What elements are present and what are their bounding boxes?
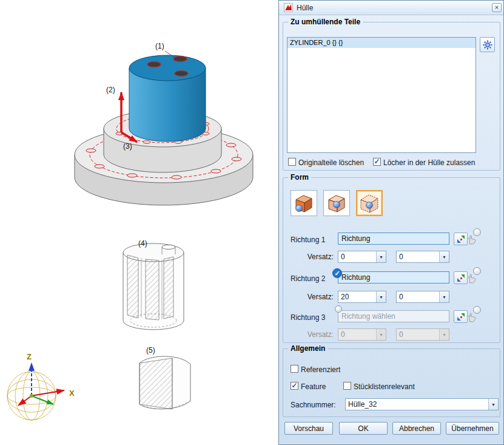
direction-select-icon bbox=[456, 234, 466, 244]
chevron-down-icon[interactable]: ▼ bbox=[488, 399, 498, 410]
model-hull-hatched[interactable] bbox=[123, 243, 184, 330]
group-general-title: Allgemein bbox=[288, 344, 328, 353]
direction-select-icon bbox=[456, 273, 466, 283]
annotation-2: (2) bbox=[106, 86, 115, 94]
form-option-directional-button[interactable] bbox=[356, 190, 383, 216]
cube-solid-icon bbox=[292, 192, 316, 215]
partnumber-label: Sachnummer: bbox=[291, 401, 336, 409]
y-axis-arrow bbox=[32, 396, 53, 404]
cube-dashed-icon bbox=[357, 192, 381, 215]
chevron-down-icon[interactable]: ▼ bbox=[439, 251, 449, 262]
viewport-3d[interactable]: (1) (2) (3) (4) (5) Z X bbox=[0, 0, 278, 445]
checkbox-delete-originals-label: Originalteile löschen bbox=[298, 158, 364, 167]
direction3-pick-button[interactable] bbox=[454, 310, 468, 323]
dialog-titlebar[interactable]: Hülle × bbox=[279, 1, 503, 15]
checkbox-allow-holes-label: Löcher in der Hülle zulassen bbox=[383, 158, 475, 167]
checkbox-bom-relevant[interactable] bbox=[343, 382, 351, 390]
dialog-title: Hülle bbox=[297, 4, 313, 12]
group-form-title: Form bbox=[288, 173, 311, 182]
apply-button[interactable]: Übernehmen bbox=[446, 422, 499, 435]
chevron-down-icon: ▼ bbox=[376, 329, 386, 340]
annotation-3: (3) bbox=[123, 142, 132, 151]
chevron-down-icon: ▼ bbox=[439, 329, 449, 340]
direction2-input[interactable] bbox=[338, 271, 449, 284]
direction2-label: Richtung 2 bbox=[291, 274, 325, 283]
annotation-5: (5) bbox=[146, 346, 155, 355]
annotation-4: (4) bbox=[138, 239, 147, 248]
direction-select-icon bbox=[456, 312, 466, 322]
model-hull-half[interactable] bbox=[139, 356, 190, 409]
checkbox-feature[interactable]: ✓ bbox=[291, 382, 298, 390]
versatz1-offset2-combo[interactable]: 0 ▼ bbox=[396, 251, 449, 263]
ok-button[interactable]: OK bbox=[339, 422, 388, 435]
direction1-label: Richtung 1 bbox=[291, 236, 325, 244]
parts-list[interactable]: ZYLINDER_0 {} {} bbox=[287, 37, 476, 153]
direction2-pick-button[interactable] bbox=[454, 271, 468, 284]
partnumber-combo[interactable]: Hülle_32 ▼ bbox=[345, 398, 499, 410]
hand-icon[interactable] bbox=[468, 235, 477, 245]
checkbox-referenced[interactable] bbox=[291, 365, 298, 373]
app-icon bbox=[284, 3, 293, 12]
chevron-down-icon[interactable]: ▼ bbox=[376, 251, 386, 262]
direction3-label: Richtung 3 bbox=[291, 313, 325, 322]
versatz1-offset1-combo[interactable]: 0 ▼ bbox=[338, 251, 386, 263]
preview-button[interactable]: Vorschau bbox=[284, 422, 333, 435]
versatz2-offset2-combo[interactable]: 0 ▼ bbox=[396, 291, 449, 303]
hand-icon[interactable] bbox=[468, 313, 477, 322]
annotation-1: (1) bbox=[155, 42, 164, 50]
checkbox-delete-originals[interactable] bbox=[288, 158, 296, 166]
check-icon: ✓ bbox=[374, 157, 380, 166]
cancel-button[interactable]: Abbrechen bbox=[392, 422, 441, 435]
versatz3-label: Versatz: bbox=[297, 330, 334, 339]
checkbox-referenced-label: Referenziert bbox=[301, 365, 340, 374]
versatz2-label: Versatz: bbox=[297, 293, 334, 301]
checkbox-feature-label: Feature bbox=[301, 382, 326, 391]
versatz1-label: Versatz: bbox=[297, 253, 334, 261]
direction3-input[interactable] bbox=[338, 310, 449, 322]
direction2-active-check-icon[interactable]: ✓ bbox=[332, 268, 342, 278]
cube-translucent-icon bbox=[324, 192, 349, 215]
close-icon[interactable]: × bbox=[492, 3, 502, 12]
origin-dot bbox=[30, 394, 33, 398]
hand-icon[interactable] bbox=[468, 274, 477, 284]
form-option-tight-button[interactable] bbox=[323, 190, 350, 216]
select-parts-button[interactable] bbox=[480, 37, 495, 52]
chevron-down-icon[interactable]: ▼ bbox=[439, 291, 449, 302]
coordinate-sphere[interactable] bbox=[7, 363, 64, 420]
checkbox-allow-holes[interactable]: ✓ bbox=[373, 158, 381, 166]
x-axis-label: X bbox=[69, 389, 75, 398]
direction1-input[interactable] bbox=[338, 233, 449, 245]
model-flange-cylinder[interactable] bbox=[75, 51, 253, 205]
direction1-pick-button[interactable] bbox=[454, 233, 468, 245]
gear-icon bbox=[482, 39, 493, 50]
versatz3-offset2-combo: 0 ▼ bbox=[396, 328, 449, 341]
versatz2-offset1-combo[interactable]: 20 ▼ bbox=[338, 291, 386, 303]
chevron-down-icon[interactable]: ▼ bbox=[376, 291, 386, 302]
list-item[interactable]: ZYLINDER_0 {} {} bbox=[287, 38, 475, 48]
group-parts-title: Zu umhüllende Teile bbox=[288, 18, 363, 26]
hull-dialog: Hülle × Zu umhüllende Teile ZYLINDER_0 {… bbox=[278, 0, 504, 445]
check-icon: ✓ bbox=[291, 381, 297, 390]
z-axis-label: Z bbox=[27, 352, 32, 361]
direction3-inactive-knob[interactable] bbox=[335, 305, 342, 313]
form-option-box-button[interactable] bbox=[291, 190, 317, 216]
viewport-canvas[interactable]: (1) (2) (3) (4) (5) Z X bbox=[0, 0, 278, 445]
checkbox-bom-relevant-label: Stücklistenrelevant bbox=[354, 382, 415, 391]
versatz3-offset1-combo: 0 ▼ bbox=[338, 328, 386, 341]
